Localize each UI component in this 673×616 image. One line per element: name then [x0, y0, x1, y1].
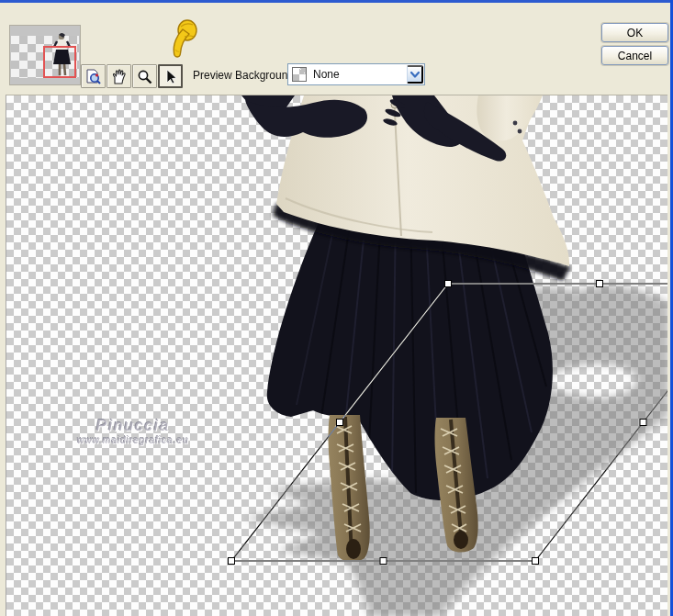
preview-canvas[interactable]: Pinuccia www.maidiregrafica.eu — [6, 95, 668, 616]
transform-handle[interactable] — [229, 558, 235, 565]
thumbnail-view-rect[interactable] — [43, 46, 76, 78]
preview-background-value: None — [313, 68, 340, 81]
figure-artwork — [6, 95, 669, 616]
cancel-button[interactable]: Cancel — [601, 46, 668, 65]
transform-preview-dialog: Preview Background: None OK Cancel — [0, 0, 673, 616]
chevron-down-icon — [409, 71, 421, 79]
dropdown-arrow-button[interactable] — [407, 65, 423, 84]
transform-handle[interactable] — [337, 420, 343, 426]
titlebar-edge — [0, 0, 673, 3]
page-magnifier-icon — [84, 68, 102, 85]
right-sleeve-cuff — [477, 95, 543, 140]
preview-toolbar — [81, 64, 184, 88]
pointing-hand-cursor-icon — [168, 18, 199, 62]
transform-handle[interactable] — [445, 281, 452, 287]
preview-background-label: Preview Background: — [193, 69, 297, 82]
transform-handle[interactable] — [380, 558, 387, 565]
navigate-button[interactable] — [81, 64, 106, 88]
pointer-button[interactable] — [158, 64, 183, 88]
hand-icon — [110, 68, 128, 85]
zoom-button[interactable] — [132, 64, 157, 88]
arrow-cursor-icon — [162, 68, 179, 85]
preview-background-select[interactable]: None — [287, 63, 425, 85]
ok-button[interactable]: OK — [601, 23, 668, 42]
transform-handle[interactable] — [533, 558, 539, 565]
transform-handle[interactable] — [640, 420, 646, 426]
checker-swatch-icon — [292, 67, 307, 82]
pan-button[interactable] — [107, 64, 131, 88]
preview-thumbnail[interactable] — [9, 25, 81, 85]
transform-handle[interactable] — [597, 281, 603, 287]
magnifier-icon — [136, 68, 153, 85]
